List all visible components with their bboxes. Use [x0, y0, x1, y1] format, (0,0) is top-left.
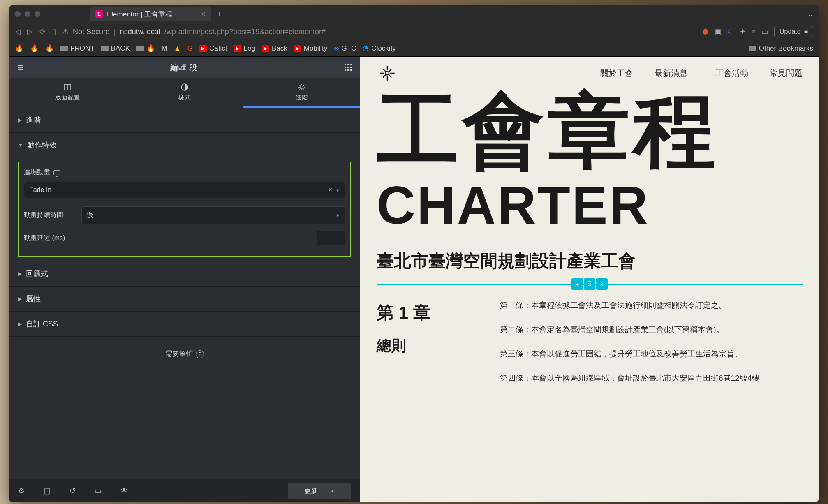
- hamburger-icon: ≡: [804, 28, 808, 35]
- new-tab-button[interactable]: +: [217, 9, 222, 19]
- bookmark-folder-back[interactable]: BACK: [101, 44, 130, 53]
- close-tab-icon[interactable]: ×: [201, 10, 206, 18]
- minimize-window[interactable]: [25, 11, 30, 17]
- panel-tabs: 版面配置 樣式 進階: [9, 78, 360, 108]
- url-path: /wp-admin/post.php?post=19&action=elemen…: [164, 28, 326, 36]
- close-window[interactable]: [15, 11, 21, 17]
- extension-icon[interactable]: ☾: [727, 27, 734, 36]
- back-icon[interactable]: ◁: [15, 27, 21, 36]
- entrance-animation-select[interactable]: Fade In ×▼: [24, 182, 345, 198]
- bookmarks-bar: 🔥 🔥 🔥 FRONT BACK 🔥 M ▲ G ▶Cafict ▶Leg ▶B…: [9, 40, 819, 57]
- motion-effects-controls: 進場動畫 Fade In ×▼ 動畫持續時間 慢 ▼: [18, 162, 351, 257]
- pip-icon[interactable]: ▭: [761, 27, 768, 36]
- navigator-icon[interactable]: ◫: [44, 486, 51, 495]
- edit-section-icon[interactable]: ⠿: [584, 278, 595, 290]
- forward-icon[interactable]: ▷: [27, 27, 33, 36]
- url-bar: ◁ ▷ ⟳ ▯ ⚠ Not Secure | nsdutw.local/wp-a…: [9, 23, 819, 40]
- not-secure-label: Not Secure: [73, 28, 110, 36]
- menu-icon[interactable]: ☰: [17, 64, 23, 72]
- delay-input[interactable]: [317, 231, 345, 245]
- delete-section-icon[interactable]: ×: [596, 278, 608, 290]
- hero-subtitle: 臺北市臺灣空間規劃設計產業工會: [377, 250, 803, 273]
- caret-right-icon: ▶: [18, 271, 22, 277]
- section-element[interactable]: + ⠿ × 第 1 章 總則 第一條：本章程依據工會法及工會法施行細則暨相關法令…: [377, 284, 803, 398]
- bookmark-item[interactable]: 🔥: [30, 44, 39, 53]
- preview-icon[interactable]: 👁: [120, 487, 128, 495]
- window-dropdown-icon[interactable]: ⌄: [808, 10, 813, 18]
- accordion-advanced[interactable]: ▶進階: [9, 108, 360, 132]
- traffic-lights[interactable]: [15, 11, 40, 17]
- url-field[interactable]: ⚠ Not Secure | nsdutw.local/wp-admin/pos…: [62, 27, 696, 36]
- reload-icon[interactable]: ⟳: [39, 27, 46, 36]
- history-icon[interactable]: ↺: [69, 486, 76, 495]
- chevron-down-icon: ⌄: [690, 70, 694, 76]
- nav-faq[interactable]: 常見問題: [770, 68, 803, 79]
- bookmark-drive-icon[interactable]: ▲: [174, 44, 181, 53]
- accordion-custom-css[interactable]: ▶自訂 CSS: [9, 312, 360, 336]
- nav-about[interactable]: 關於工會: [600, 68, 633, 79]
- responsive-icon[interactable]: [53, 170, 60, 175]
- chevron-up-icon: ▲: [324, 488, 335, 493]
- accordion-motion-effects[interactable]: ▼動作特效: [9, 133, 360, 157]
- puzzle-icon[interactable]: ✦: [740, 27, 746, 36]
- help-link[interactable]: 需要幫忙?: [9, 337, 360, 371]
- bookmark-item[interactable]: 🔥: [45, 44, 54, 53]
- duration-label: 動畫持續時間: [24, 211, 77, 220]
- tab-advanced[interactable]: 進階: [243, 78, 360, 108]
- site-logo[interactable]: [377, 62, 398, 84]
- caret-right-icon: ▶: [18, 321, 22, 327]
- svg-point-4: [386, 72, 389, 75]
- bookmark-back[interactable]: ▶Back: [262, 44, 287, 53]
- bookmark-gtc[interactable]: ∞GTC: [334, 44, 356, 53]
- preview-area[interactable]: 關於工會 最新消息⌄ 工會活動 常見問題 工會章程 CHARTER 臺北市臺灣空…: [360, 57, 819, 502]
- other-bookmarks[interactable]: Other Bookmarks: [749, 44, 813, 53]
- bookmark-leg[interactable]: ▶Leg: [234, 44, 255, 53]
- chapter-heading: 第 1 章: [377, 301, 475, 324]
- clear-icon[interactable]: ×: [328, 186, 332, 193]
- chevron-down-icon: ▼: [335, 188, 340, 193]
- tab-style[interactable]: 樣式: [126, 78, 243, 108]
- window-titlebar: E Elementor | 工會章程 × + ⌄: [9, 5, 819, 23]
- browser-tab[interactable]: E Elementor | 工會章程 ×: [90, 7, 211, 21]
- url-host: nsdutw.local: [120, 28, 160, 36]
- widgets-icon[interactable]: [345, 64, 352, 71]
- bookmark-item[interactable]: 🔥: [136, 44, 155, 53]
- tab-layout[interactable]: 版面配置: [9, 78, 126, 108]
- publish-button[interactable]: 更新▲: [288, 483, 351, 499]
- maximize-window[interactable]: [35, 11, 40, 17]
- caret-down-icon: ▼: [18, 142, 23, 148]
- elementor-panel: ☰ 編輯 段 版面配置 樣式 進階 ▶: [9, 57, 360, 502]
- layout-icon: [63, 83, 72, 91]
- nav-news[interactable]: 最新消息⌄: [655, 68, 694, 79]
- bookmark-item[interactable]: 🔥: [15, 44, 23, 53]
- notion-icon[interactable]: ▣: [715, 27, 722, 36]
- accordion-attributes[interactable]: ▶屬性: [9, 287, 360, 311]
- hero-section[interactable]: 工會章程 CHARTER 臺北市臺灣空間規劃設計產業工會 + ⠿ × 第 1 章…: [360, 90, 819, 398]
- responsive-mode-icon[interactable]: ▭: [95, 486, 102, 495]
- article-text: 第四條：本會以全國為組織區域，會址設於臺北市大安區青田街6巷12號4樓: [500, 374, 782, 382]
- bookmark-folder-front[interactable]: FRONT: [60, 44, 95, 53]
- elementor-favicon: E: [95, 10, 103, 18]
- nav-activities[interactable]: 工會活動: [715, 68, 748, 79]
- bookmark-item[interactable]: G: [187, 44, 193, 53]
- bookmark-clockify[interactable]: ◔Clockify: [363, 44, 396, 53]
- help-icon: ?: [196, 350, 204, 358]
- duration-select[interactable]: 慢 ▼: [81, 206, 345, 224]
- list-icon[interactable]: ≡: [752, 28, 756, 36]
- panel-footer: ⚙ ◫ ↺ ▭ 👁 更新▲: [9, 479, 360, 502]
- section-handles: + ⠿ ×: [571, 278, 608, 290]
- bookmark-cafict[interactable]: ▶Cafict: [199, 44, 227, 53]
- article-text: 第一條：本章程依據工會法及工會法施行細則暨相關法令訂定之。: [500, 301, 782, 309]
- bookmark-mobility[interactable]: ▶Mobility: [294, 44, 328, 53]
- caret-right-icon: ▶: [18, 296, 22, 302]
- brave-shield-icon[interactable]: ⬢: [702, 27, 709, 36]
- bookmark-gmail-icon[interactable]: M: [162, 44, 167, 53]
- svg-point-3: [301, 86, 303, 88]
- settings-icon[interactable]: ⚙: [18, 486, 25, 495]
- update-button[interactable]: Update≡: [774, 26, 813, 37]
- accordion-responsive[interactable]: ▶回應式: [9, 261, 360, 286]
- add-section-icon[interactable]: +: [571, 278, 583, 290]
- panel-header: ☰ 編輯 段: [9, 57, 360, 78]
- bookmark-icon[interactable]: ▯: [52, 27, 56, 36]
- caret-right-icon: ▶: [18, 117, 22, 123]
